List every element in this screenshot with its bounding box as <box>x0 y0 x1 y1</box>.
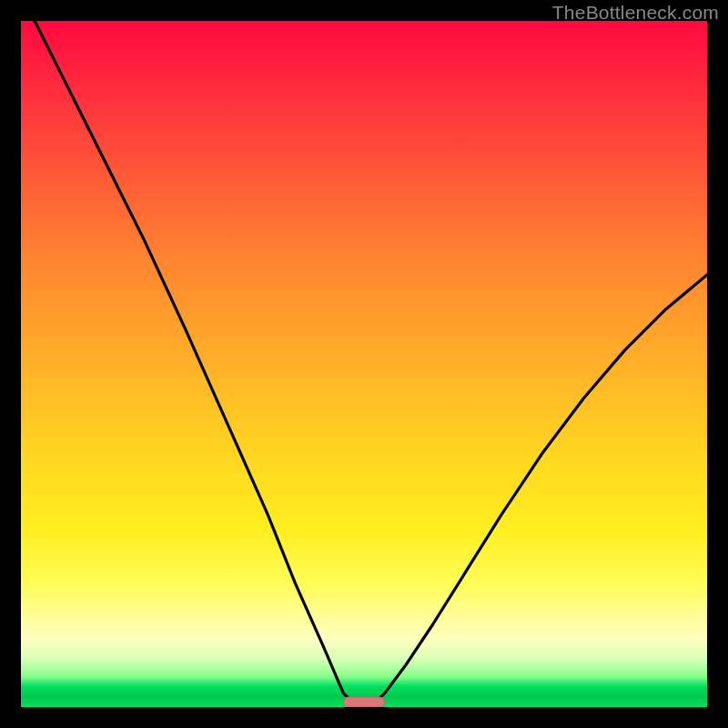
optimal-point-marker <box>343 697 384 707</box>
curve-layer <box>21 21 707 707</box>
chart-frame: TheBottleneck.com <box>0 0 728 728</box>
watermark-text: TheBottleneck.com <box>552 2 719 24</box>
bottleneck-curve-left <box>35 21 364 707</box>
bottleneck-curve-right <box>364 275 707 707</box>
plot-area <box>21 21 707 707</box>
